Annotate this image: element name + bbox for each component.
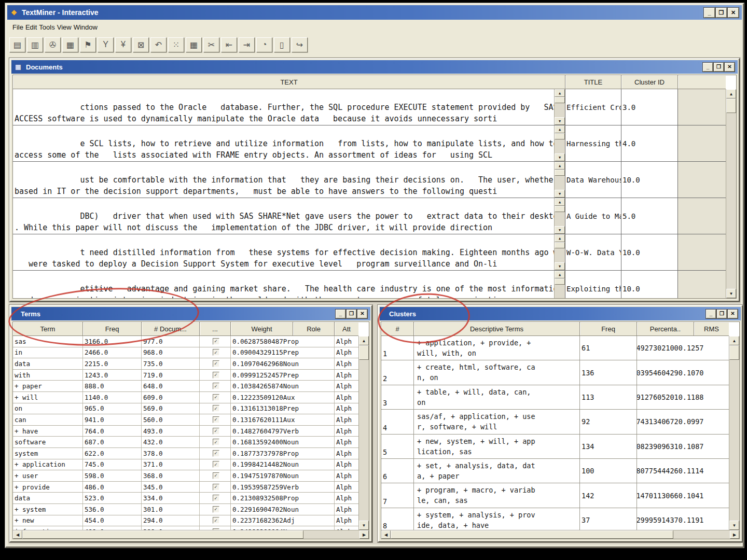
- term-row[interactable]: software 687.0 432.0 ✓ 0.16813592400Noun…: [13, 437, 358, 448]
- scrollbar-thumb[interactable]: [22, 530, 303, 539]
- menu-item[interactable]: View: [56, 22, 73, 32]
- cluster-row[interactable]: 4 sas/af, + application, + use r, softwa…: [381, 410, 729, 434]
- scroll-down-icon[interactable]: ▼: [555, 262, 565, 270]
- close-button[interactable]: ✕: [728, 310, 738, 318]
- keep-checkbox[interactable]: ✓: [213, 461, 219, 468]
- remove-filter-icon[interactable]: ¥: [115, 37, 131, 52]
- scroll-down-icon[interactable]: ▼: [555, 190, 565, 198]
- scroll-left-icon[interactable]: ◀: [381, 530, 391, 539]
- keep-checkbox[interactable]: ✓: [213, 416, 219, 423]
- cut-icon[interactable]: ✂: [203, 37, 219, 52]
- column-header-title[interactable]: TITLE: [565, 75, 621, 89]
- scroll-right-icon[interactable]: ▶: [730, 530, 739, 539]
- keep-checkbox[interactable]: ✓: [213, 495, 219, 501]
- keep-checkbox[interactable]: ✓: [213, 405, 219, 412]
- keep-checkbox[interactable]: ✓: [213, 349, 219, 356]
- column-header-freq[interactable]: Freq: [580, 322, 637, 336]
- column-header-keep[interactable]: ...: [200, 322, 231, 336]
- cluster-row[interactable]: 7 + program, + macro, + variab le, can, …: [381, 483, 729, 508]
- document-row[interactable]: ust be comfortable with the information …: [13, 162, 726, 198]
- close-button[interactable]: ✕: [725, 63, 735, 72]
- document-row[interactable]: DBC) driver that when used with SAS SHAR…: [13, 198, 726, 234]
- close-button[interactable]: ✕: [357, 310, 367, 318]
- terms-titlebar[interactable]: Terms _ ❐ ✕: [11, 307, 370, 320]
- maximize-button[interactable]: ❐: [714, 63, 724, 72]
- keep-checkbox[interactable]: ✓: [213, 338, 219, 345]
- scrollbar-thumb[interactable]: [726, 99, 736, 113]
- step-back-icon[interactable]: ⇤: [221, 37, 237, 52]
- minimize-button[interactable]: _: [704, 8, 715, 18]
- keep-checkbox[interactable]: ✓: [213, 372, 219, 379]
- close-button[interactable]: ✕: [728, 8, 739, 18]
- term-row[interactable]: + provide 486.0 345.0 ✓ 0.19539587259Ver…: [13, 482, 358, 493]
- scrollbar-thumb[interactable]: [555, 242, 565, 248]
- minimize-button[interactable]: _: [703, 63, 713, 72]
- term-row[interactable]: sas 3166.0 977.0 ✓ 0.06287580487Prop Alp…: [13, 336, 358, 347]
- scroll-up-icon[interactable]: ▲: [555, 198, 565, 206]
- flag-icon[interactable]: ⚑: [80, 37, 96, 52]
- column-header-weight[interactable]: Weight: [231, 322, 293, 336]
- keep-checkbox[interactable]: ✓: [213, 439, 219, 445]
- scroll-up-icon[interactable]: ▲: [555, 271, 565, 278]
- scroll-up-icon[interactable]: ▲: [555, 125, 565, 133]
- scroll-down-icon[interactable]: ▼: [555, 117, 565, 125]
- term-row[interactable]: + have 764.0 493.0 ✓ 0.14827604797Verb A…: [13, 426, 358, 437]
- term-row[interactable]: + will 1140.0 609.0 ✓ 0.12223509120Aux A…: [13, 392, 358, 403]
- column-header-number[interactable]: #: [381, 322, 414, 336]
- maximize-button[interactable]: ❐: [347, 310, 356, 318]
- term-row[interactable]: data 2215.0 735.0 ✓ 0.10970462968Noun Al…: [13, 358, 358, 370]
- document-row[interactable]: etitive advantage and gaining market sha…: [13, 271, 726, 298]
- term-row[interactable]: + paper 888.0 648.0 ✓ 0.10384265874Noun …: [13, 381, 358, 392]
- minimize-button[interactable]: _: [706, 310, 716, 318]
- column-header-text[interactable]: TEXT: [13, 75, 565, 89]
- term-row[interactable]: information 488.0 288.0 0.24999388884Nou…: [13, 526, 358, 530]
- term-row[interactable]: on 965.0 569.0 ✓ 0.13161313018Prep Alph: [13, 403, 358, 415]
- scroll-down-icon[interactable]: ▼: [729, 521, 739, 530]
- scroll-up-icon[interactable]: ▲: [555, 162, 565, 170]
- cluster-row[interactable]: 3 + table, + will, data, can, on 113 0.0…: [381, 385, 729, 410]
- menu-item[interactable]: Tools: [38, 22, 56, 32]
- term-row[interactable]: with 1243.0 719.0 ✓ 0.09991252457Prep Al…: [13, 370, 358, 381]
- term-row[interactable]: data 523.0 334.0 ✓ 0.21308932508Prop Alp…: [13, 493, 358, 504]
- cluster-row[interactable]: 1 + application, + provide, + will, with…: [381, 336, 729, 360]
- scroll-right-icon[interactable]: ▶: [359, 530, 369, 539]
- term-row[interactable]: + new 454.0 294.0 ✓ 0.22371682362Adj Alp…: [13, 515, 358, 527]
- keep-checkbox[interactable]: ✓: [213, 394, 219, 401]
- document-row[interactable]: e SCL lists, how to retrieve and utilize…: [13, 125, 726, 162]
- menu-item[interactable]: File: [11, 22, 24, 32]
- scroll-up-icon[interactable]: ▲: [359, 336, 369, 345]
- scroll-down-icon[interactable]: ▼: [359, 521, 369, 530]
- column-header-term[interactable]: Term: [13, 322, 83, 336]
- new-document-icon[interactable]: ▤: [9, 37, 25, 52]
- column-header-role[interactable]: Role: [293, 322, 335, 336]
- scrollbar-thumb[interactable]: [555, 97, 565, 103]
- scrollbar-thumb[interactable]: [555, 206, 565, 212]
- cluster-row[interactable]: 8 + system, + analysis, + prov ide, data…: [381, 508, 729, 530]
- open-document-icon[interactable]: ▥: [27, 37, 43, 52]
- scroll-up-icon[interactable]: ▲: [729, 336, 739, 345]
- scroll-up-icon[interactable]: ▲: [726, 89, 736, 99]
- maximize-button[interactable]: ❐: [717, 310, 727, 318]
- keep-checkbox[interactable]: ✓: [213, 428, 219, 435]
- keep-checkbox[interactable]: ✓: [213, 450, 219, 457]
- keep-checkbox[interactable]: ✓: [213, 360, 219, 367]
- term-row[interactable]: can 941.0 560.0 ✓ 0.13167620111Aux Alph: [13, 414, 358, 426]
- column-header-docs[interactable]: # Docum...: [142, 322, 200, 336]
- keep-checkbox[interactable]: ✓: [213, 484, 219, 491]
- scrollbar-thumb[interactable]: [555, 278, 565, 285]
- column-header-att[interactable]: Att: [335, 322, 358, 336]
- column-header-cluster[interactable]: Cluster ID: [621, 75, 678, 89]
- column-header-rms[interactable]: RMS: [694, 322, 729, 336]
- term-row[interactable]: system 622.0 378.0 ✓ 0.18773737978Prop A…: [13, 448, 358, 459]
- term-row[interactable]: + user 598.0 368.0 ✓ 0.19475197870Noun A…: [13, 470, 358, 482]
- scrollbar-thumb[interactable]: [555, 133, 565, 139]
- edit-filter-icon[interactable]: ⊠: [133, 37, 149, 52]
- filter-icon[interactable]: Y: [98, 37, 114, 52]
- cluster-row[interactable]: 5 + new, system, + will, + app lication,…: [381, 435, 729, 459]
- document-row[interactable]: ctions passed to the Oracle database. Fu…: [13, 89, 726, 125]
- save-icon[interactable]: ▦: [62, 37, 78, 52]
- scrollbar-thumb[interactable]: [359, 345, 369, 360]
- grid-view-icon[interactable]: ▦: [186, 37, 202, 52]
- term-row[interactable]: in 2466.0 968.0 ✓ 0.09004329115Prep Alph: [13, 347, 358, 359]
- clusters-titlebar[interactable]: Clusters _ ❐ ✕: [380, 307, 741, 320]
